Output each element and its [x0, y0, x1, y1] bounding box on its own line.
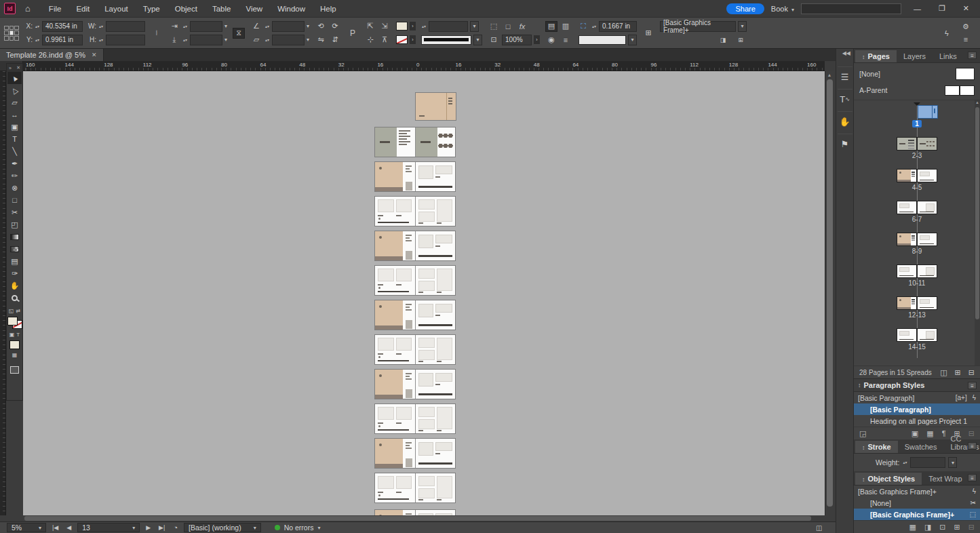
paragraph-panel-icon[interactable]: ☰	[838, 66, 852, 83]
canvas-spread-6-7[interactable]	[375, 197, 455, 226]
apply-gradient-icon[interactable]: ▦	[12, 352, 18, 358]
selection-tool-icon[interactable]: ▲	[7, 72, 22, 84]
page-thumbnail[interactable]	[918, 105, 938, 119]
note-tool-icon[interactable]: ▤	[7, 255, 22, 267]
gap-tool-icon[interactable]: ↔	[7, 108, 22, 121]
toolbar-expand-icon[interactable]: »	[9, 66, 12, 71]
page-thumbnail[interactable]	[897, 201, 937, 214]
document-tab[interactable]: Template 26.indd @ 5% ✕	[0, 49, 104, 61]
book-dropdown[interactable]: Book▾	[771, 5, 794, 13]
stroke-type-dropdown[interactable]: ▾	[473, 35, 482, 45]
last-page-icon[interactable]: ▶|	[157, 524, 167, 531]
stroke-panel-weight-field[interactable]	[910, 457, 945, 468]
corner-options-icon[interactable]: ⬚	[488, 21, 500, 32]
preflight-profile-dropdown[interactable]: [Basic] (working)▾	[184, 523, 261, 532]
pages-panel-menu-icon[interactable]: ≡	[968, 52, 977, 59]
flip-horizontal-icon[interactable]: ⇋	[315, 35, 327, 45]
previous-page-icon[interactable]: ◀	[64, 524, 73, 531]
eyedropper-tool-icon[interactable]: ✑	[7, 267, 22, 279]
style-row[interactable]: [Basic Paragraph]	[854, 403, 980, 415]
y-position-field[interactable]: 0.9961 in	[42, 35, 83, 45]
collapse-dock-icon[interactable]: ◀◀	[840, 49, 853, 60]
page-number-field[interactable]: 13▾	[77, 523, 140, 532]
pencil-tool-icon[interactable]: ✏	[7, 170, 22, 182]
control-panel-menu-icon[interactable]: ≡	[960, 34, 972, 45]
menu-object[interactable]: Object	[168, 0, 205, 18]
clear-attributes-icon[interactable]: ⊡	[939, 523, 945, 532]
opacity-field[interactable]: 100%	[502, 35, 532, 45]
fill-frame-icon[interactable]: ⊼	[378, 35, 391, 45]
quick-apply-style-icon[interactable]: ϟ	[973, 394, 976, 401]
new-object-style-icon[interactable]: ⊞	[954, 523, 960, 532]
zoom-tool-icon[interactable]	[7, 292, 22, 304]
horizontal-scroll-thumb[interactable]	[24, 516, 811, 521]
canvas-spread-8-9[interactable]	[375, 231, 455, 260]
next-page-icon[interactable]: ▶	[144, 524, 153, 531]
style-group-icon[interactable]: ▦	[926, 429, 933, 438]
wrap-object-shape-icon[interactable]: ◉	[545, 35, 557, 45]
tab-layers[interactable]: Layers	[897, 50, 933, 62]
gap-size-field[interactable]: 0.1667 in	[599, 21, 637, 32]
scissors-tool-icon[interactable]: ✂	[7, 206, 22, 218]
rotate-cw-icon[interactable]: ⟳	[329, 21, 341, 32]
pages-panel-spread-4-5[interactable]: 4-5	[854, 167, 980, 199]
bookmarks-panel-icon[interactable]: ⚑	[838, 134, 852, 150]
close-button[interactable]: ✕	[958, 4, 975, 13]
canvas-spread-14-15[interactable]	[375, 335, 455, 364]
tab-swatches[interactable]: Swatches	[898, 441, 944, 453]
tab-close-icon[interactable]: ✕	[92, 52, 97, 58]
gradient-swatch-tool-icon[interactable]	[7, 231, 22, 243]
stroke-weight-field[interactable]	[429, 21, 468, 32]
gradient-feather-tool-icon[interactable]	[7, 243, 22, 255]
stroke-expander-icon[interactable]: ›	[410, 35, 416, 44]
document-canvas[interactable]	[23, 71, 825, 515]
preflight-menu-icon[interactable]: ◔	[171, 524, 180, 532]
rotation-angle-field[interactable]	[272, 21, 305, 32]
menu-type[interactable]: Type	[136, 0, 168, 18]
width-field[interactable]	[106, 21, 145, 32]
page-size-icon[interactable]: ◫	[940, 368, 947, 377]
menu-layout[interactable]: Layout	[97, 0, 136, 18]
page-thumbnail[interactable]	[897, 328, 937, 342]
minimize-button[interactable]: —	[908, 5, 926, 13]
frame-ellipse-tool-icon[interactable]: ⊗	[7, 182, 22, 194]
apply-color-button[interactable]	[9, 340, 20, 349]
quick-apply-icon[interactable]: ϟ	[941, 28, 953, 39]
pages-panel-spread-10-11[interactable]: 10-11	[854, 262, 980, 294]
menu-help[interactable]: Help	[313, 0, 344, 18]
swatch-preview[interactable]	[579, 35, 626, 45]
text-wrap-panel-icon[interactable]: T∿	[838, 89, 852, 105]
tab-object-styles[interactable]: ↕Object Styles	[855, 473, 922, 485]
object-style-dropdown[interactable]: [Basic Graphics Frame]+	[660, 21, 736, 32]
stroke-panel-menu-icon[interactable]: ≡	[968, 442, 977, 450]
parent-page-a-parent[interactable]: A-Parent	[859, 82, 975, 98]
vertical-scroll-thumb[interactable]	[827, 79, 833, 507]
canvas-spread-20-21[interactable]	[375, 439, 455, 468]
canvas-spread-1[interactable]	[416, 93, 456, 120]
frame-fitting-icon[interactable]: ⛶	[577, 21, 589, 32]
stroke-panel-weight-dropdown[interactable]: ▾	[948, 457, 957, 468]
pages-scrollbar[interactable]: ▲	[975, 100, 980, 366]
page-tool-icon[interactable]: ▱	[7, 96, 22, 108]
pen-tool-icon[interactable]: ✒	[7, 157, 22, 170]
menu-view[interactable]: View	[238, 0, 270, 18]
tab-stroke[interactable]: ↕Stroke	[855, 441, 898, 453]
swap-fill-stroke-icon[interactable]: ⇄	[16, 308, 20, 314]
clear-object-overrides-icon[interactable]: ◨	[924, 523, 931, 532]
vertical-scrollbar[interactable]: ▲	[825, 71, 834, 515]
new-style-icon[interactable]: ⊞	[734, 35, 747, 45]
fit-content-icon[interactable]: ⇱	[364, 21, 376, 32]
page-thumbnail[interactable]	[897, 137, 937, 151]
constrain-dimensions-icon[interactable]: ⧘	[151, 28, 163, 39]
free-transform-tool-icon[interactable]: ◰	[7, 218, 22, 231]
style-row[interactable]: [None]✂	[854, 497, 980, 509]
fill-expander-icon[interactable]: ›	[410, 22, 416, 31]
restore-button[interactable]: ❐	[933, 4, 951, 13]
effects-icon[interactable]: fx	[516, 21, 528, 32]
screen-mode-button[interactable]	[10, 366, 19, 374]
height-field[interactable]	[106, 35, 145, 45]
home-icon[interactable]: ⌂	[25, 3, 31, 14]
parent-page-none[interactable]: [None]	[859, 66, 975, 82]
canvas-spread-24-25[interactable]	[375, 510, 455, 515]
fill-swatch[interactable]	[396, 22, 408, 31]
